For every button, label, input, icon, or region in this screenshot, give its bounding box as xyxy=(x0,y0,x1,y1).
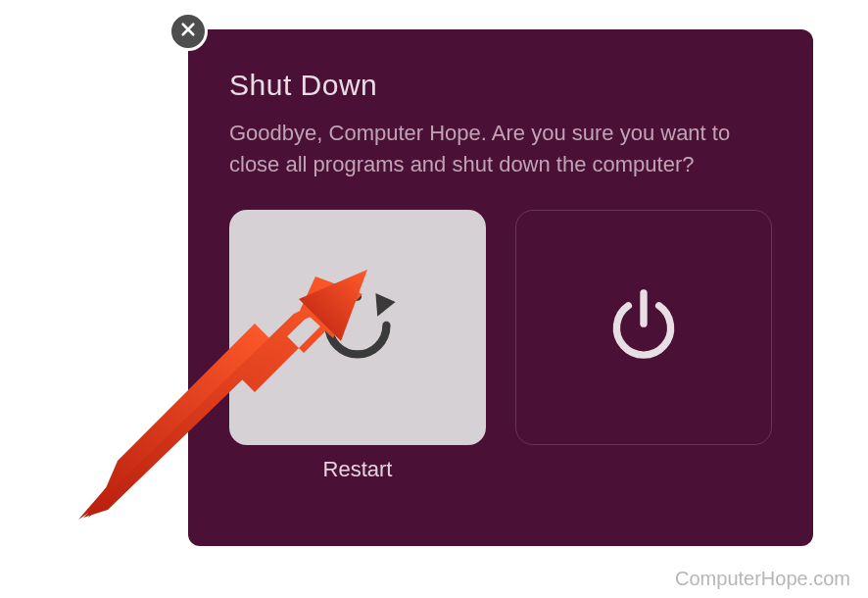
watermark: ComputerHope.com xyxy=(675,568,850,590)
shutdown-button[interactable] xyxy=(515,210,772,445)
dialog-message: Goodbye, Computer Hope. Are you sure you… xyxy=(229,118,772,180)
restart-icon xyxy=(313,280,403,374)
action-buttons-row: Restart xyxy=(229,210,772,445)
close-button[interactable] xyxy=(169,12,208,51)
svg-marker-2 xyxy=(375,293,395,317)
shutdown-dialog: Shut Down Goodbye, Computer Hope. Are yo… xyxy=(188,29,813,546)
dialog-title: Shut Down xyxy=(229,69,772,102)
close-icon xyxy=(179,21,197,42)
restart-button[interactable]: Restart xyxy=(229,210,486,445)
restart-label: Restart xyxy=(229,457,486,482)
power-icon xyxy=(599,280,689,374)
